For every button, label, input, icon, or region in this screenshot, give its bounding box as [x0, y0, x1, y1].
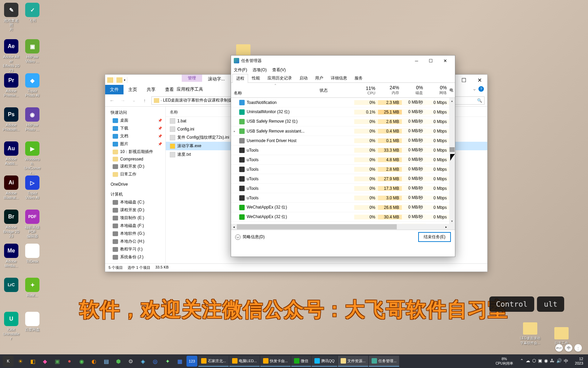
desktop-icon[interactable]: ✓飞书: [24, 3, 41, 23]
nav-item[interactable]: 文档📌: [105, 132, 165, 140]
desktop-icon[interactable]: ▶Wondersh.UniConver...: [24, 141, 41, 175]
search-icon[interactable]: 🔍: [477, 98, 482, 103]
desktop-icon[interactable]: BrAdobeBridge 2023: [3, 210, 20, 239]
nav-item[interactable]: 课程开发 (D:): [105, 163, 165, 170]
taskbar-task[interactable]: 文件资源...: [338, 356, 368, 367]
nav-item[interactable]: 课程开发 (D:): [105, 206, 165, 214]
taskbar-task[interactable]: 腾讯QQ: [312, 356, 337, 367]
close-button[interactable]: ✕: [438, 56, 452, 66]
desktop-icon[interactable]: PrAdobePremie...: [3, 73, 20, 98]
column-header-stat[interactable]: 0%磁盘: [402, 83, 426, 97]
tray-network-icon[interactable]: 🖧: [550, 358, 554, 364]
process-row[interactable]: WeChatAppEx (32 位)0%30.4 MB0 MB/秒0 Mbps: [231, 212, 455, 222]
desktop-icon[interactable]: TToDesk: [24, 244, 41, 264]
path-chevron-icon[interactable]: ›: [161, 99, 162, 102]
process-row[interactable]: uTools0%33.3 MB0 MB/秒0 Mbps: [231, 145, 455, 155]
tab[interactable]: 进程: [232, 74, 248, 83]
taskbar-task[interactable]: 快发卡自...: [260, 356, 291, 367]
desktop-icon[interactable]: ◉HitPawPhoto ...: [24, 107, 41, 132]
ribbon-tab-tools[interactable]: 应用程序工具: [177, 86, 203, 92]
taskbar-pin[interactable]: ⚙: [125, 356, 136, 367]
nav-item[interactable]: 计算机: [105, 190, 165, 198]
ribbon-tab[interactable]: 主页: [124, 85, 142, 94]
up-button[interactable]: ↑: [141, 96, 149, 105]
ribbon-expand-icon[interactable]: ⌵: [473, 87, 476, 91]
vertical-scrollbar[interactable]: ▴ ▾: [449, 98, 455, 224]
maximize-button[interactable]: ☐: [456, 75, 472, 86]
desktop-icon[interactable]: AeAdobe AfterEffects 2023: [3, 39, 20, 73]
nav-item[interactable]: 桌面📌: [105, 117, 165, 124]
tab[interactable]: 详细信息: [327, 74, 351, 83]
nav-item[interactable]: 本地办公 (H:): [105, 237, 165, 245]
ime-indicator[interactable]: iFLY 中 :: [555, 344, 582, 352]
minimize-button[interactable]: ─: [409, 56, 424, 66]
tray-icon[interactable]: ⬡: [532, 358, 536, 364]
menu-item[interactable]: 查看(V): [272, 67, 286, 73]
tray-icon[interactable]: ◉: [544, 358, 548, 364]
nav-item[interactable]: 10：影视后期插件: [105, 148, 165, 156]
fewer-details-button[interactable]: 简略信息(D): [235, 234, 265, 240]
taskbar-pin[interactable]: ◎: [150, 356, 161, 367]
process-row[interactable]: uTools0%3.0 MB0 MB/秒0 Mbps: [231, 193, 455, 203]
process-row[interactable]: uTools0%27.9 MB0 MB/秒0 Mbps: [231, 174, 455, 184]
process-row[interactable]: uTools0%4.8 MB0 MB/秒0 Mbps: [231, 155, 455, 165]
tab[interactable]: 性能: [248, 74, 264, 83]
taskbar-pin[interactable]: ▦: [174, 356, 185, 367]
taskbar-pin[interactable]: ◉: [76, 356, 87, 367]
dropdown-icon[interactable]: ▾: [124, 78, 126, 82]
desktop-icon[interactable]: ▣HitPawVideo ...: [24, 39, 41, 64]
close-button[interactable]: ✕: [472, 75, 487, 86]
tab[interactable]: 服务: [351, 74, 366, 83]
process-row[interactable]: WeChatAppEx (32 位)0%26.6 MB0 MB/秒0 Mbps: [231, 203, 455, 212]
desktop-folder-led[interactable]: LED桌面滚动 字幕软件会...: [520, 322, 540, 346]
taskbar-pin[interactable]: 123: [186, 356, 197, 367]
desktop-icon[interactable]: ▷TopazVideo AI: [24, 175, 41, 200]
nav-item[interactable]: 日常工作: [105, 170, 165, 178]
taskbar-task[interactable]: 微信: [291, 356, 311, 367]
nav-item[interactable]: 项目制作 (E:): [105, 214, 165, 222]
menu-item[interactable]: 文件(F): [234, 67, 247, 73]
taskbar-pin[interactable]: ▤: [101, 356, 112, 367]
ribbon-tab[interactable]: 文件: [105, 85, 124, 94]
taskbar-weather[interactable]: ☀: [15, 356, 26, 367]
taskbar-task[interactable]: 任务管理...: [369, 356, 399, 367]
tab[interactable]: 启动: [296, 74, 311, 83]
taskbar-pin[interactable]: ▣: [52, 356, 63, 367]
process-row[interactable]: ▸USB Safely Remove assistant...0%0.4 MB0…: [231, 126, 455, 136]
taskbar-pin[interactable]: ◐: [88, 356, 99, 367]
process-row[interactable]: uTools0%2.8 MB0 MB/秒0 Mbps: [231, 165, 455, 174]
nav-item[interactable]: OneDrive: [105, 181, 165, 188]
taskbar-task[interactable]: 电脑LED...: [229, 356, 260, 367]
column-status[interactable]: 状态: [320, 88, 328, 93]
taskbar-pin[interactable]: ●: [64, 356, 75, 367]
process-row[interactable]: Usermode Font Driver Host0%0.1 MB0 MB/秒0…: [231, 136, 455, 145]
nav-item[interactable]: 图片📌: [105, 140, 165, 148]
ribbon-tab[interactable]: 查看: [160, 85, 179, 94]
scroll-right-icon[interactable]: ▸: [443, 225, 449, 229]
nav-item[interactable]: 本地磁盘 (C:): [105, 198, 165, 206]
desktop-icon[interactable]: ✦ReM...: [24, 278, 41, 298]
tray-volume-icon[interactable]: 🔊: [556, 358, 562, 364]
nav-item[interactable]: 教程学习 (I:): [105, 245, 165, 253]
nav-item[interactable]: 快速访问: [105, 109, 165, 117]
start-button[interactable]: K: [3, 356, 14, 367]
process-row[interactable]: uTools0%17.3 MB0 MB/秒0 Mbps: [231, 184, 455, 193]
scroll-up-icon[interactable]: ▴: [449, 98, 455, 104]
tray-icon[interactable]: ▣: [538, 358, 542, 364]
column-header-stat[interactable]: 0%网络: [426, 83, 450, 97]
process-row[interactable]: USB Safely Remove (32 位)0%2.6 MB0 MB/秒0 …: [231, 117, 455, 126]
ribbon-tab[interactable]: 共享: [142, 85, 160, 94]
nav-item[interactable]: 下载📌: [105, 124, 165, 132]
tab[interactable]: 用户: [311, 74, 327, 83]
recent-dropdown[interactable]: ⌵: [130, 96, 138, 105]
desktop-folder-daily[interactable]: 日常工作: [551, 327, 572, 346]
taskbar-pin[interactable]: ◆: [39, 356, 50, 367]
taskbar-pin[interactable]: ✦: [162, 356, 173, 367]
taskbar-pin[interactable]: ◧: [27, 356, 38, 367]
nav-item[interactable]: 系统备份 (J:): [105, 253, 165, 261]
column-header-stat[interactable]: 11%CPU: [354, 83, 378, 97]
help-icon[interactable]: ?: [478, 86, 484, 92]
maximize-button[interactable]: ☐: [424, 56, 438, 66]
desktop-icon[interactable]: AuAdobeAuditi...: [3, 141, 20, 166]
menu-item[interactable]: 选项(O): [252, 67, 266, 73]
